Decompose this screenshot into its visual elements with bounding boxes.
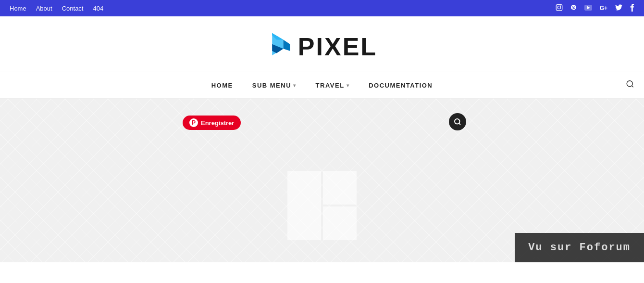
content-area: P Enregistrer Vu sur Foforum bbox=[0, 99, 644, 262]
svg-line-13 bbox=[459, 123, 460, 125]
grid-cell-2 bbox=[323, 171, 357, 205]
logo-icon bbox=[267, 31, 293, 62]
main-nav-documentation[interactable]: DOCUMENTATION bbox=[369, 82, 433, 89]
googleplus-icon[interactable]: G+ bbox=[600, 5, 607, 12]
pinterest-p-icon: P bbox=[189, 118, 198, 127]
search-circle-button[interactable] bbox=[449, 113, 466, 130]
pinterest-icon[interactable] bbox=[570, 4, 577, 13]
main-nav-travel[interactable]: TRAVEL ▾ bbox=[316, 82, 350, 89]
youtube-icon[interactable] bbox=[584, 4, 592, 12]
watermark: Vu sur Foforum bbox=[515, 233, 644, 262]
submenu-chevron-icon: ▾ bbox=[293, 83, 297, 88]
main-nav: HOME SUB MENU ▾ TRAVEL ▾ DOCUMENTATION bbox=[0, 72, 644, 99]
nav-home[interactable]: Home bbox=[10, 5, 26, 12]
travel-chevron-icon: ▾ bbox=[347, 83, 350, 88]
nav-about[interactable]: About bbox=[36, 5, 52, 12]
logo-area: PIXEL bbox=[0, 16, 644, 72]
grid-cell-3 bbox=[323, 206, 357, 240]
nav-404[interactable]: 404 bbox=[93, 5, 103, 12]
search-button[interactable] bbox=[626, 80, 634, 91]
svg-point-2 bbox=[560, 5, 561, 6]
svg-line-11 bbox=[632, 86, 633, 87]
image-grid bbox=[287, 171, 357, 240]
main-nav-home[interactable]: HOME bbox=[211, 82, 233, 89]
top-bar: Home About Contact 404 G+ bbox=[0, 0, 644, 16]
logo[interactable]: PIXEL bbox=[267, 31, 377, 62]
social-icons: G+ bbox=[556, 4, 634, 13]
svg-rect-0 bbox=[556, 4, 562, 11]
instagram-icon[interactable] bbox=[556, 4, 563, 13]
svg-marker-7 bbox=[283, 40, 290, 51]
main-nav-items: HOME SUB MENU ▾ TRAVEL ▾ DOCUMENTATION bbox=[211, 82, 433, 89]
facebook-icon[interactable] bbox=[630, 4, 634, 13]
grid-cell-1 bbox=[287, 171, 321, 240]
pinterest-save-button[interactable]: P Enregistrer bbox=[183, 116, 241, 130]
logo-text: PIXEL bbox=[298, 32, 377, 61]
top-nav-links: Home About Contact 404 bbox=[10, 5, 103, 12]
svg-point-1 bbox=[557, 6, 560, 9]
nav-contact[interactable]: Contact bbox=[62, 5, 84, 12]
svg-point-10 bbox=[627, 81, 632, 87]
twitter-icon[interactable] bbox=[615, 4, 622, 12]
main-nav-submenu[interactable]: SUB MENU ▾ bbox=[252, 82, 297, 89]
